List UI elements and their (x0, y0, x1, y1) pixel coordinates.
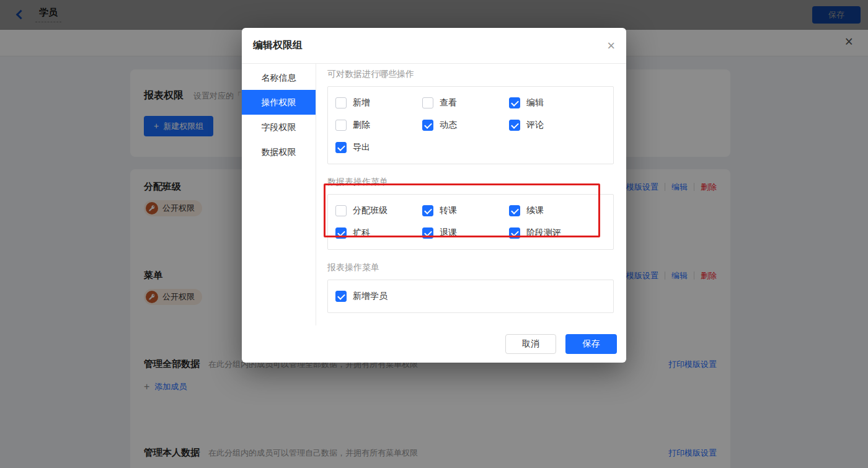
checkbox-label: 新增学员 (353, 291, 388, 302)
section-label: 报表操作菜单 (327, 262, 614, 273)
save-button[interactable]: 保存 (565, 334, 617, 354)
checkbox-label: 评论 (526, 120, 544, 131)
modal-sections: 可对数据进行哪些操作新增查看编辑删除动态评论导出数据表操作菜单分配班级转课续课扩… (316, 64, 626, 325)
checkbox-checked-icon[interactable] (422, 205, 433, 216)
checkbox-label: 转课 (440, 205, 457, 216)
checkbox-label: 新增 (353, 97, 370, 108)
checkbox-item-新增[interactable]: 新增 (335, 97, 422, 108)
checkbox-checked-icon[interactable] (335, 142, 347, 153)
modal-title: 编辑权限组 (253, 39, 303, 52)
checkbox-item-分配班级[interactable]: 分配班级 (335, 205, 422, 216)
section-label: 数据表操作菜单 (327, 177, 614, 188)
checkbox-label: 扩科 (353, 227, 370, 239)
checkbox-checked-icon[interactable] (335, 291, 347, 302)
checkbox-label: 动态 (440, 120, 457, 131)
checkbox-label: 导出 (353, 142, 370, 153)
checkbox-item-查看[interactable]: 查看 (422, 97, 509, 108)
checkbox-item-评论[interactable]: 评论 (509, 120, 596, 131)
checkbox-label: 续课 (526, 205, 544, 216)
navbar-dim-overlay (0, 0, 868, 30)
checkbox-item-转课[interactable]: 转课 (422, 205, 509, 216)
checkbox-item-删除[interactable]: 删除 (335, 120, 422, 131)
checkbox-checked-icon[interactable] (422, 120, 433, 131)
checkbox-checked-icon[interactable] (509, 120, 520, 131)
checkbox-label: 分配班级 (353, 205, 388, 216)
modal-close-icon[interactable]: × (607, 39, 615, 53)
checkbox-label: 阶段测评 (526, 227, 561, 239)
checkbox-unchecked-icon[interactable] (422, 97, 433, 108)
checkbox-item-扩科[interactable]: 扩科 (335, 227, 422, 239)
tab-数据权限[interactable]: 数据权限 (242, 139, 316, 164)
checkbox-item-导出[interactable]: 导出 (335, 142, 422, 153)
checkbox-checked-icon[interactable] (422, 227, 433, 239)
edit-permission-group-modal: 编辑权限组 × 名称信息操作权限字段权限数据权限 可对数据进行哪些操作新增查看编… (242, 28, 626, 363)
checkbox-item-退课[interactable]: 退课 (422, 227, 509, 239)
checkbox-item-动态[interactable]: 动态 (422, 120, 509, 131)
checkbox-label: 编辑 (526, 97, 544, 108)
checkbox-label: 查看 (440, 97, 457, 108)
section-label: 可对数据进行哪些操作 (327, 69, 614, 80)
checkbox-label: 删除 (353, 120, 370, 131)
checkbox-label: 退课 (440, 227, 457, 239)
checkbox-item-新增学员[interactable]: 新增学员 (335, 291, 422, 302)
checkbox-checked-icon[interactable] (509, 97, 520, 108)
tab-字段权限[interactable]: 字段权限 (242, 115, 316, 139)
tab-名称信息[interactable]: 名称信息 (242, 65, 316, 90)
checkbox-item-续课[interactable]: 续课 (509, 205, 596, 216)
cancel-button[interactable]: 取消 (505, 334, 556, 354)
checkbox-unchecked-icon[interactable] (335, 97, 347, 108)
tab-操作权限[interactable]: 操作权限 (242, 90, 316, 115)
checkbox-group: 新增查看编辑删除动态评论导出 (327, 86, 614, 164)
checkbox-group: 新增学员 (327, 280, 614, 313)
checkbox-unchecked-icon[interactable] (335, 120, 347, 131)
checkbox-unchecked-icon[interactable] (335, 205, 347, 216)
checkbox-checked-icon[interactable] (509, 205, 520, 216)
checkbox-item-编辑[interactable]: 编辑 (509, 97, 596, 108)
checkbox-checked-icon[interactable] (335, 227, 347, 239)
modal-tab-list: 名称信息操作权限字段权限数据权限 (242, 64, 316, 325)
checkbox-checked-icon[interactable] (509, 227, 520, 239)
checkbox-item-阶段测评[interactable]: 阶段测评 (509, 227, 596, 239)
checkbox-group: 分配班级转课续课扩科退课阶段测评 (327, 194, 614, 250)
